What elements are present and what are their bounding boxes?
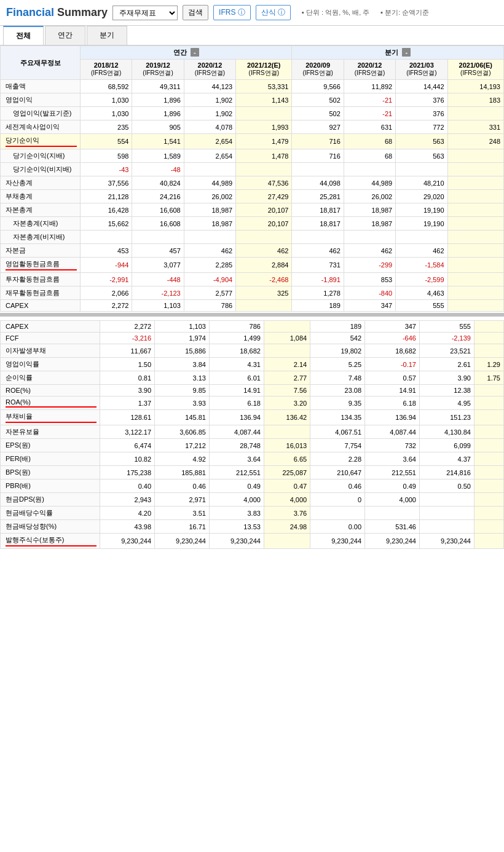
quarter-cell: -1,891 bbox=[292, 273, 344, 286]
annual-cell: 3.83 bbox=[209, 507, 264, 520]
quarter-cell: 11,892 bbox=[344, 80, 395, 93]
annual-cell: 554 bbox=[81, 134, 132, 149]
annual-cell: 1.37 bbox=[100, 396, 155, 410]
quarter-cell: 25,281 bbox=[292, 190, 344, 203]
annual-cell: 68,592 bbox=[81, 80, 132, 93]
quarter-cell: 44,098 bbox=[292, 176, 344, 190]
quarter-cell: 331 bbox=[447, 120, 503, 134]
quarter-cell: 18,817 bbox=[292, 203, 344, 217]
annual-cell: -48 bbox=[132, 163, 184, 176]
quarter-cell: 248 bbox=[447, 134, 503, 149]
annual-cell: 3.20 bbox=[264, 396, 310, 410]
annual-cell: 2,272 bbox=[81, 300, 132, 312]
tab-annual[interactable]: 연간 bbox=[45, 26, 85, 45]
table-row: 재무활동현금흐름2,066-2,1232,5773251,278-8404,46… bbox=[1, 286, 504, 300]
row-label: 현금배당수익률 bbox=[1, 507, 100, 520]
quarter-cell: 4,067.51 bbox=[310, 425, 365, 439]
quarter-cell: 376 bbox=[396, 93, 447, 107]
annual-cell: 2,066 bbox=[81, 286, 132, 300]
quarter-cell: 189 bbox=[292, 300, 344, 312]
quarter-cell: 26,002 bbox=[344, 190, 395, 203]
annual-cell: 1,479 bbox=[236, 134, 292, 149]
tab-all[interactable]: 전체 bbox=[3, 26, 44, 45]
table-row: 영업활동현금흐름-9443,0772,2852,884731-299-1,584 bbox=[1, 258, 504, 273]
annual-cell: 16,608 bbox=[132, 217, 184, 231]
quarter-cell: 29,020 bbox=[396, 190, 447, 203]
row-label: 당기순이익(비지배) bbox=[1, 163, 81, 176]
annual-cell: 44,123 bbox=[184, 80, 235, 93]
quarter-cell bbox=[474, 520, 503, 534]
quarter-cell: 9,230,244 bbox=[365, 534, 420, 549]
quarter-cell bbox=[447, 300, 503, 312]
quarter-collapse-btn[interactable]: - bbox=[402, 48, 411, 57]
quarter-cell: 0.00 bbox=[310, 520, 365, 534]
annual-cell: 4.31 bbox=[209, 358, 264, 371]
quarter-cell: 6,099 bbox=[419, 439, 474, 452]
col-2019: 2019/12(IFRS연결) bbox=[132, 60, 184, 80]
annual-cell: -2,468 bbox=[236, 273, 292, 286]
annual-cell: 2,285 bbox=[184, 258, 235, 273]
annual-cell: 53,331 bbox=[236, 80, 292, 93]
quarter-cell bbox=[396, 231, 447, 244]
row-label: 현금DPS(원) bbox=[1, 493, 100, 507]
row-label: 자산총계 bbox=[1, 176, 81, 190]
quarter-cell: -840 bbox=[344, 286, 395, 300]
quarter-cell: 347 bbox=[344, 300, 395, 312]
annual-cell bbox=[132, 231, 184, 244]
annual-cell: 28,748 bbox=[209, 439, 264, 452]
annual-cell: 786 bbox=[209, 321, 264, 333]
quarter-cell bbox=[447, 190, 503, 203]
quarter-cell: 7.48 bbox=[310, 371, 365, 385]
tab-quarter[interactable]: 분기 bbox=[87, 26, 127, 45]
annual-cell: 1,030 bbox=[81, 93, 132, 107]
annual-cell: 16,428 bbox=[81, 203, 132, 217]
annual-cell: 2.77 bbox=[264, 371, 310, 385]
row-label: 부채총계 bbox=[1, 190, 81, 203]
annual-cell: 598 bbox=[81, 149, 132, 163]
annual-cell: 0.40 bbox=[100, 479, 155, 493]
row-label: 당기순이익(지배) bbox=[1, 149, 81, 163]
quarter-cell: 462 bbox=[396, 244, 447, 258]
row-label: 영업이익(발표기준) bbox=[1, 107, 81, 120]
search-button[interactable]: 검색 bbox=[183, 5, 208, 20]
quarter-cell: 9,566 bbox=[292, 80, 344, 93]
annual-cell: 1,030 bbox=[81, 107, 132, 120]
quarter-cell: 555 bbox=[396, 300, 447, 312]
col-2020q4: 2020/12(IFRS연결) bbox=[344, 60, 395, 80]
quarter-cell: 376 bbox=[396, 107, 447, 120]
quarter-cell bbox=[292, 231, 344, 244]
ifrs-button[interactable]: IFRS ⓘ bbox=[213, 5, 251, 20]
annual-cell: 325 bbox=[236, 286, 292, 300]
annual-cell: 24,216 bbox=[132, 190, 184, 203]
annual-cell: 44,989 bbox=[184, 176, 235, 190]
report-type-dropdown[interactable]: 주재무제표 연결재무제표 bbox=[112, 6, 178, 20]
annual-cell: 462 bbox=[236, 244, 292, 258]
financial-table-2: CAPEX2,2721,103786189347555FCF-3,2161,97… bbox=[0, 320, 504, 549]
sanshik-button[interactable]: 산식 ⓘ bbox=[256, 5, 291, 20]
col-2020q3: 2020/09(IFRS연결) bbox=[292, 60, 344, 80]
annual-cell: 7.56 bbox=[264, 385, 310, 396]
row-label: 재무활동현금흐름 bbox=[1, 286, 81, 300]
annual-cell bbox=[184, 163, 235, 176]
unit-info: ▪ 단위 : 억원, %, 배, 주 bbox=[302, 8, 369, 17]
col-2020a: 2020/12(IFRS연결) bbox=[184, 60, 235, 80]
annual-cell: 1,974 bbox=[155, 333, 210, 344]
annual-cell: 136.42 bbox=[264, 410, 310, 425]
row-label: 자본유보율 bbox=[1, 425, 100, 439]
table-row: 당기순이익(비지배)-43-48 bbox=[1, 163, 504, 176]
quarter-cell: -299 bbox=[344, 258, 395, 273]
table-row: ROE(%)3.909.8514.917.5623.0814.9112.38 bbox=[1, 385, 504, 396]
quarter-cell bbox=[474, 425, 503, 439]
annual-cell: -4,904 bbox=[184, 273, 235, 286]
quarter-cell: 0.49 bbox=[365, 479, 420, 493]
quarter-cell: -0.17 bbox=[365, 358, 420, 371]
annual-cell: -944 bbox=[81, 258, 132, 273]
annual-cell: 225,087 bbox=[264, 466, 310, 479]
table-row: 투자활동현금흐름-2,991-448-4,904-2,468-1,891853-… bbox=[1, 273, 504, 286]
quarter-cell bbox=[474, 493, 503, 507]
annual-cell: 145.81 bbox=[155, 410, 210, 425]
quarter-cell: 18,682 bbox=[365, 344, 420, 358]
annual-collapse-btn[interactable]: - bbox=[191, 48, 199, 57]
table-row: 영업이익률1.503.844.312.145.25-0.172.611.29 bbox=[1, 358, 504, 371]
quarter-cell bbox=[447, 273, 503, 286]
